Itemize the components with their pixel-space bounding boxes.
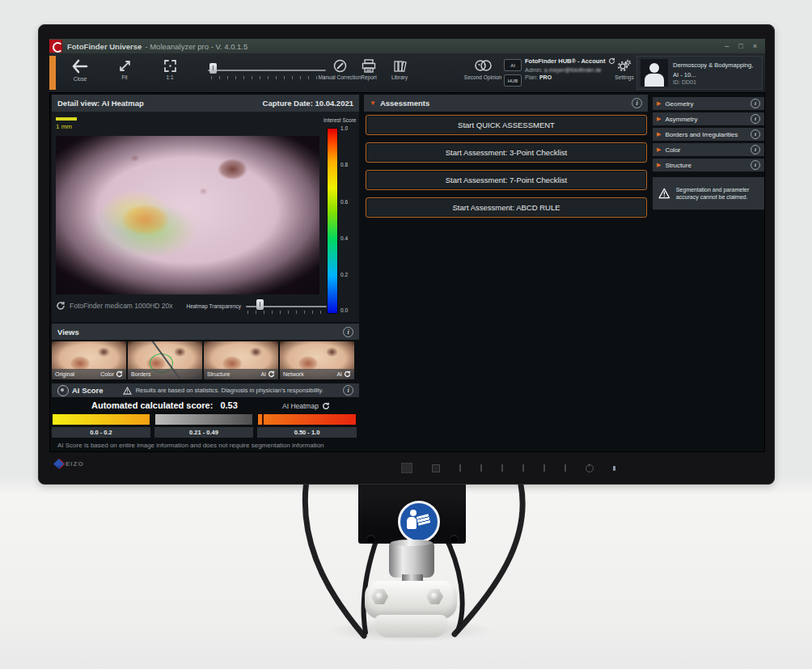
close-window-icon[interactable]: × (753, 42, 757, 50)
start-7point-checklist-button[interactable]: Start Assessment: 7-Point Checklist (366, 170, 647, 190)
power-button-icon[interactable] (586, 464, 594, 472)
section-color[interactable]: Color (653, 143, 764, 156)
score-label: Automated calculated score: (91, 400, 213, 410)
transparency-slider-thumb[interactable] (256, 299, 264, 310)
colorbar-tick: 1.0 (340, 125, 348, 131)
scale-label: 1 mm (56, 123, 72, 130)
monitor-button[interactable] (480, 464, 482, 472)
expand-triangle-icon (657, 131, 661, 138)
second-opinion-icon (474, 59, 492, 73)
swap-icon[interactable] (116, 370, 123, 378)
range-label-mid: 0.21 - 0.49 (154, 427, 253, 438)
expand-triangle-icon (657, 100, 661, 107)
section-borders[interactable]: Borders and Irregularities (653, 128, 764, 141)
hub-badge[interactable]: HUB (504, 74, 522, 87)
monitor-button[interactable] (522, 464, 524, 472)
color-info-icon[interactable] (751, 145, 760, 155)
section-structure[interactable]: Structure (653, 159, 764, 171)
zoom-slider-thumb[interactable] (209, 63, 217, 74)
start-abcd-rule-button[interactable]: Start Assessment: ABCD RULE (366, 197, 647, 218)
one-to-one-button[interactable]: 1:1 (158, 59, 182, 80)
start-quick-assessment-button[interactable]: Start QUICK ASSESSMENT (366, 115, 647, 135)
swap-icon[interactable] (56, 301, 66, 311)
capture-date: Capture Date: 10.04.2021 (263, 99, 353, 108)
eizo-diamond-icon (53, 459, 64, 469)
swap-icon (322, 402, 330, 410)
printer-icon (362, 59, 376, 73)
admin-label: Admin: (525, 67, 543, 73)
close-button[interactable]: Close (66, 58, 95, 82)
thumb-mode-label[interactable]: AI (336, 371, 342, 377)
assessments-title: Assessments (380, 99, 429, 108)
swap-icon[interactable] (344, 370, 351, 378)
warning-triangle-icon (123, 387, 132, 395)
range-label-high: 0.50 - 1.0 (257, 427, 357, 438)
view-thumb-network[interactable]: Network AI (280, 341, 354, 379)
monitor-menu-button[interactable] (432, 464, 440, 472)
main-toolbar: Close Fit 1:1 (49, 53, 765, 93)
mount-bracket (358, 481, 466, 544)
maximize-icon[interactable]: □ (738, 42, 742, 50)
view-thumb-borders[interactable]: Borders (128, 341, 202, 379)
thumb-mode-label[interactable]: AI (260, 371, 266, 377)
colorbar-tick: 0.0 (340, 307, 348, 313)
detail-view-header: Detail view: AI Heatmap Capture Date: 10… (52, 95, 359, 112)
borders-info-icon[interactable] (751, 129, 760, 139)
ai-badge[interactable]: AI (504, 59, 522, 71)
assessments-header[interactable]: Assessments (364, 95, 648, 112)
dermoscopy-image[interactable] (56, 136, 319, 294)
camera-label: FotoFinder medicam 1000HD 20x (70, 302, 173, 310)
swap-icon[interactable] (268, 370, 275, 378)
heatmap-toggle-label: AI Heatmap (282, 402, 319, 410)
geometry-info-icon[interactable] (751, 99, 760, 108)
monitor-button[interactable] (543, 464, 545, 472)
views-header: Views (52, 324, 359, 340)
section-geometry[interactable]: Geometry (653, 97, 764, 110)
transparency-label: Heatmap Transparency (181, 303, 241, 309)
ai-score-title: AI Score (72, 386, 104, 395)
window-titlebar: FotoFinder Universe - Moleanalyzer pro -… (49, 39, 765, 53)
books-icon (392, 59, 407, 73)
thumb-label: Original (55, 371, 74, 377)
colorbar-tick: 0.2 (340, 272, 348, 277)
detail-view-body: 1 mm Interest Score 1.0 0.8 0.6 0.4 0.2 … (52, 112, 359, 322)
score-range-high (257, 413, 357, 426)
thumb-label: Network (283, 371, 304, 377)
patient-panel[interactable]: Dermoscopy & Bodymapping, AI - 10... ID:… (636, 56, 763, 90)
admin-email: a.meyer@fotofinder.de (544, 67, 602, 73)
thumb-mode-label[interactable]: Color (100, 371, 114, 377)
start-3point-checklist-button[interactable]: Start Assessment: 3-Point Checklist (366, 142, 647, 163)
second-opinion-button[interactable]: Second Opinion (458, 59, 508, 80)
zoom-slider-ticks (211, 76, 326, 79)
read-manual-icon (398, 501, 440, 543)
thumb-label: Borders (131, 371, 151, 377)
structure-info-icon[interactable] (751, 160, 760, 170)
plan-label: Plan: (525, 74, 538, 80)
library-button[interactable]: Library (386, 59, 413, 80)
fit-button[interactable]: Fit (112, 59, 137, 80)
minimize-icon[interactable]: – (725, 42, 729, 50)
fit-icon (118, 59, 132, 73)
assessments-info-icon[interactable] (632, 98, 642, 108)
screw-hole (450, 535, 459, 544)
views-info-icon[interactable] (343, 327, 353, 337)
settings-button[interactable]: Settings (611, 59, 638, 80)
score-marker (262, 414, 264, 425)
monitor-button[interactable] (501, 464, 503, 472)
section-asymmetry[interactable]: Asymmetry (653, 112, 764, 125)
screw-hole (366, 535, 375, 544)
heatmap-toggle[interactable]: AI Heatmap (282, 402, 330, 410)
monitor-button[interactable] (565, 464, 566, 472)
score-value: 0.53 (220, 400, 237, 410)
detail-view-title: Detail view: AI Heatmap (57, 99, 144, 108)
view-thumb-structure[interactable]: Structure AI (204, 341, 278, 379)
monitor-button[interactable] (459, 464, 461, 472)
eizo-brand-text: EIZO (66, 460, 84, 468)
ai-score-info-icon[interactable] (343, 385, 353, 396)
view-thumb-original[interactable]: Original Color (52, 341, 126, 379)
power-led (613, 466, 615, 471)
mount-cylinder (389, 542, 434, 578)
report-button[interactable]: Report (355, 59, 383, 80)
asymmetry-info-icon[interactable] (751, 114, 760, 124)
scene: FotoFinder Universe - Moleanalyzer pro -… (0, 0, 812, 669)
